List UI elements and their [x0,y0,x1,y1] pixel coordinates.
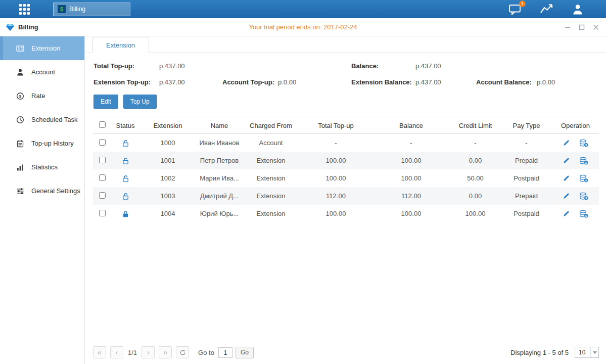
page-size-select[interactable]: 10 [575,347,599,358]
chevron-down-icon [590,347,598,357]
row-checkbox[interactable] [99,157,106,163]
sidebar-item-label: Rate [31,92,45,100]
cell-total-topup: 100.00 [299,169,372,187]
account-balance-value: p.0.00 [537,78,598,86]
cell-total-topup: 100.00 [299,152,372,169]
refresh-icon [179,349,186,356]
topup-icon[interactable]: $ [579,192,588,200]
last-page-button[interactable]: » [159,346,172,358]
extension-table: Status Extension Name Charged From Total… [93,117,599,222]
col-status: Status [111,117,139,134]
tab-label: Extension [106,41,135,49]
summary-panel: Total Top-up: p.437.00 Balance: p.437.00… [94,62,598,86]
table-row: 1000 Иван Иванов Account - - - - $ [93,134,599,152]
pagination-bar: « ‹ 1/1 › » Go to Go Displaying 1 - 5 of… [93,346,599,359]
row-checkbox[interactable] [99,210,106,216]
edit-icon[interactable] [563,139,570,147]
edit-icon[interactable] [563,192,570,200]
row-checkbox[interactable] [99,192,106,199]
cell-pay-type: Prepaid [501,152,552,169]
statistics-icon [16,163,24,171]
sidebar-item-extension[interactable]: Extension [0,36,84,60]
sidebar-item-topup-history[interactable]: Top-up History [0,131,84,155]
prev-page-button[interactable]: ‹ [110,346,123,358]
goto-label: Go to [198,349,214,356]
goto-page-input[interactable] [218,347,232,358]
account-topup-value: p.0.00 [278,78,351,86]
status-unlocked-icon [122,192,129,199]
svg-text:$: $ [585,161,587,164]
sidebar-item-label: Scheduled Task [31,116,78,123]
edit-icon[interactable] [563,174,570,182]
col-pay-type: Pay Type [501,117,552,134]
row-checkbox[interactable] [99,139,106,146]
row-checkbox[interactable] [99,174,106,181]
topup-icon[interactable]: $ [579,157,588,165]
col-name: Name [196,117,243,134]
displaying-text: Displaying 1 - 5 of 5 [510,349,569,356]
refresh-button[interactable] [176,346,189,358]
edit-icon[interactable] [563,210,570,217]
sidebar-item-label: Statistics [31,163,58,171]
user-icon[interactable] [572,4,584,15]
total-topup-value: p.437.00 [159,62,222,70]
cell-name: Петр Петров [196,152,243,169]
go-button[interactable]: Go [236,347,254,358]
topup-icon[interactable]: $ [579,174,588,183]
dollar-icon: $ [58,5,66,13]
close-button[interactable] [593,24,599,30]
col-credit-limit: Credit Limit [450,117,501,134]
apps-grid-icon[interactable] [19,4,30,15]
sidebar-item-label: Account [31,68,55,76]
page-size-value: 10 [575,349,590,356]
topbar: $ Billing ! [0,0,606,18]
sidebar-item-statistics[interactable]: Statistics [0,155,84,179]
trial-notice: Your trial period ends on: 2017-02-24 [249,23,357,31]
cell-total-topup: 100.00 [299,205,372,222]
first-page-button[interactable]: « [93,346,106,358]
sidebar: Extension Account $ Rate Scheduled Task … [0,36,85,364]
sidebar-item-account[interactable]: Account [0,60,84,84]
cell-extension: 1003 [139,187,196,205]
topbar-icons: ! [508,4,584,15]
status-locked-icon [122,209,129,217]
reports-icon[interactable] [540,4,553,15]
sidebar-item-general-settings[interactable]: General Settings [0,179,84,203]
cell-charged-from: Extension [243,152,299,169]
cell-balance: - [372,134,450,152]
messages-icon[interactable]: ! [508,4,522,15]
window-controls [565,24,599,30]
cell-credit-limit: - [450,134,501,152]
cell-extension: 1002 [139,169,196,187]
extension-balance-value: p.437.00 [415,78,476,86]
extension-balance-label: Extension Balance: [351,78,415,86]
topup-icon[interactable]: $ [579,139,588,147]
table-row: 1002 Мария Ива... Extension 100.00 100.0… [93,169,599,187]
cell-pay-type: Postpaid [501,205,552,222]
select-all-checkbox[interactable] [99,121,106,128]
scheduled-task-icon [16,116,24,124]
window-titlebar: Billing Your trial period ends on: 2017-… [0,18,606,36]
cell-credit-limit: 0.00 [450,187,501,205]
topup-history-icon [16,140,24,148]
billing-app-tab[interactable]: $ Billing [53,3,130,16]
edit-icon[interactable] [563,157,570,164]
sidebar-item-rate[interactable]: $ Rate [0,84,84,108]
cell-name: Иван Иванов [196,134,243,152]
action-buttons: Edit Top Up [94,95,606,109]
minimize-button[interactable] [565,24,571,30]
tab-strip: Extension [85,36,606,53]
cell-name: Мария Ива... [196,169,243,187]
cell-extension: 1004 [139,205,196,222]
col-operation: Operation [552,117,599,134]
top-up-button[interactable]: Top Up [123,95,157,109]
tab-extension[interactable]: Extension [92,37,149,53]
sidebar-item-scheduled-task[interactable]: Scheduled Task [0,108,84,131]
topup-icon[interactable]: $ [579,210,588,218]
cell-pay-type: Postpaid [501,169,552,187]
maximize-button[interactable] [579,24,585,30]
extension-topup-label: Extension Top-up: [94,78,159,86]
edit-button[interactable]: Edit [94,95,118,109]
cell-credit-limit: 50.00 [450,169,501,187]
next-page-button[interactable]: › [142,346,155,358]
